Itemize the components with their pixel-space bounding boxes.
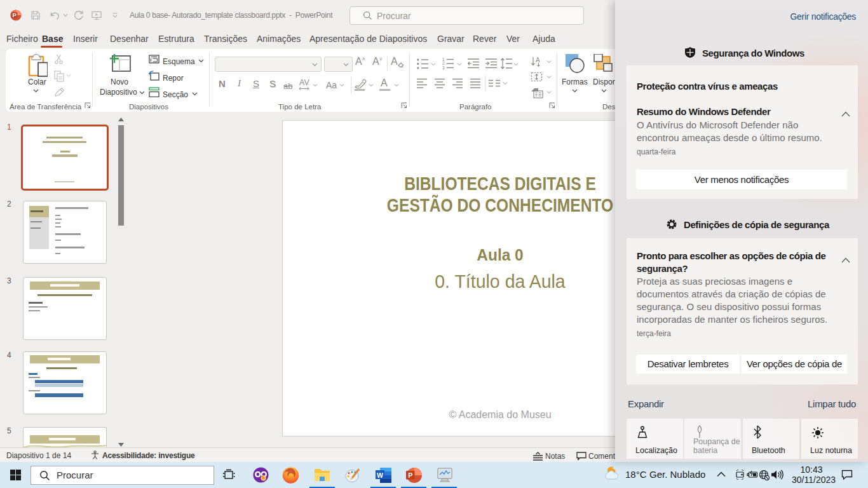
- svg-text:P: P: [408, 471, 412, 479]
- svg-text:A: A: [536, 57, 540, 64]
- svg-text:W: W: [377, 471, 383, 479]
- svg-text:3: 3: [442, 65, 445, 70]
- svg-text:P: P: [12, 11, 17, 18]
